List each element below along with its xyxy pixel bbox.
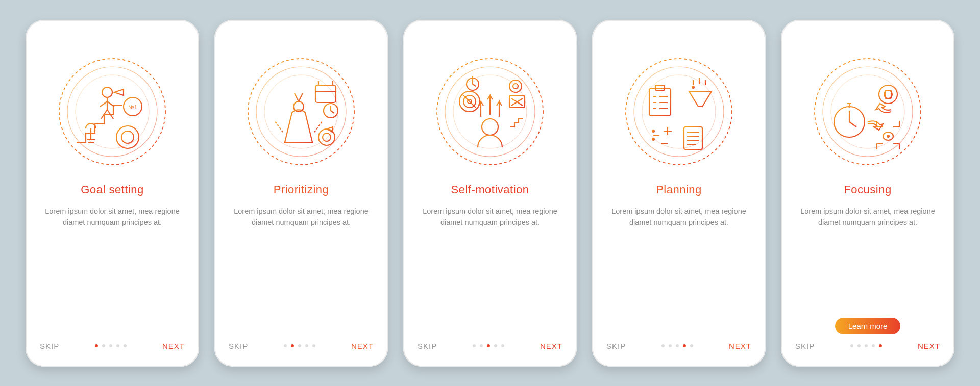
svg-point-7 <box>121 131 134 143</box>
page-dot[interactable] <box>95 344 98 347</box>
svg-point-2 <box>76 75 149 148</box>
learn-more-button[interactable]: Learn more <box>835 318 901 334</box>
screen-description: Lorem ipsum dolor sit amet, mea regione … <box>418 205 562 342</box>
onboarding-footer: SKIPNEXT <box>606 342 751 350</box>
skip-button[interactable]: SKIP <box>418 342 437 350</box>
svg-point-36 <box>815 59 921 165</box>
page-dot[interactable] <box>501 344 504 347</box>
svg-point-40 <box>879 85 897 104</box>
svg-point-32 <box>692 86 695 89</box>
screen-description: Lorem ipsum dolor sit amet, mea regione … <box>229 205 374 342</box>
onboarding-footer: SKIPNEXT <box>418 342 562 350</box>
prioritizing-icon <box>245 56 357 168</box>
page-dot[interactable] <box>690 344 693 347</box>
onboarding-screen: PrioritizingLorem ipsum dolor sit amet, … <box>214 20 388 367</box>
screen-title: Prioritizing <box>229 183 374 196</box>
svg-point-15 <box>323 133 331 141</box>
page-dot[interactable] <box>879 344 882 347</box>
page-dot[interactable] <box>857 344 861 347</box>
next-button[interactable]: NEXT <box>351 342 374 350</box>
page-dots <box>662 344 693 347</box>
page-dot[interactable] <box>494 344 497 347</box>
skip-button[interactable]: SKIP <box>40 342 59 350</box>
page-dot[interactable] <box>669 344 672 347</box>
page-dot[interactable] <box>312 344 315 347</box>
onboarding-footer: SKIPNEXT <box>40 342 185 350</box>
onboarding-footer: SKIPNEXT <box>795 342 940 350</box>
self-motivation-icon <box>434 56 546 168</box>
page-dot[interactable] <box>865 344 868 347</box>
screen-description: Lorem ipsum dolor sit amet, mea regione … <box>40 205 185 342</box>
screen-title: Goal setting <box>40 183 185 196</box>
page-dot[interactable] <box>480 344 483 347</box>
next-button[interactable]: NEXT <box>540 342 562 350</box>
skip-button[interactable]: SKIP <box>229 342 248 350</box>
svg-point-10 <box>264 75 338 148</box>
goal-setting-icon: №1 <box>56 56 168 168</box>
page-dot[interactable] <box>850 344 853 347</box>
onboarding-screen: FocusingLorem ipsum dolor sit amet, mea … <box>781 20 954 367</box>
svg-point-0 <box>59 59 165 165</box>
page-dots <box>850 344 882 347</box>
svg-rect-33 <box>684 127 702 149</box>
skip-button[interactable]: SKIP <box>606 342 626 350</box>
svg-point-28 <box>634 67 724 157</box>
next-button[interactable]: NEXT <box>162 342 185 350</box>
page-dot[interactable] <box>109 344 112 347</box>
svg-point-3 <box>102 87 112 97</box>
svg-point-27 <box>626 59 732 165</box>
page-dot[interactable] <box>102 344 105 347</box>
page-dot[interactable] <box>473 344 476 347</box>
onboarding-screen: PlanningLorem ipsum dolor sit amet, mea … <box>592 20 766 367</box>
page-dot[interactable] <box>305 344 308 347</box>
svg-point-26 <box>513 84 518 89</box>
page-dot[interactable] <box>487 344 490 347</box>
screen-description: Lorem ipsum dolor sit amet, mea regione … <box>606 205 751 342</box>
screen-title: Self-motivation <box>418 183 562 196</box>
page-dots <box>95 344 127 347</box>
svg-point-25 <box>509 80 522 92</box>
page-dot[interactable] <box>298 344 301 347</box>
page-dot[interactable] <box>291 344 294 347</box>
svg-point-35 <box>652 138 655 141</box>
focusing-icon <box>812 56 924 168</box>
planning-icon <box>623 56 735 168</box>
svg-point-43 <box>887 135 890 138</box>
svg-point-29 <box>642 75 716 148</box>
page-dots <box>284 344 315 347</box>
svg-point-19 <box>482 119 498 135</box>
page-dot[interactable] <box>683 344 686 347</box>
onboarding-screen: №1 Goal settingLorem ipsum dolor sit ame… <box>26 20 199 367</box>
onboarding-screen: Self-motivationLorem ipsum dolor sit ame… <box>403 20 577 367</box>
page-dots <box>473 344 504 347</box>
screen-description: Lorem ipsum dolor sit amet, mea regione … <box>795 205 940 321</box>
next-button[interactable]: NEXT <box>729 342 751 350</box>
skip-button[interactable]: SKIP <box>795 342 815 350</box>
page-dot[interactable] <box>284 344 287 347</box>
page-dot[interactable] <box>662 344 665 347</box>
page-dot[interactable] <box>676 344 679 347</box>
svg-rect-12 <box>315 85 336 102</box>
svg-point-34 <box>652 130 655 133</box>
screen-title: Focusing <box>795 183 940 196</box>
page-dot[interactable] <box>116 344 119 347</box>
screen-title: Planning <box>606 183 751 196</box>
page-dot[interactable] <box>872 344 875 347</box>
svg-text:№1: №1 <box>128 104 137 110</box>
svg-point-1 <box>67 67 157 157</box>
onboarding-footer: SKIPNEXT <box>229 342 374 350</box>
next-button[interactable]: NEXT <box>918 342 940 350</box>
page-dot[interactable] <box>124 344 127 347</box>
